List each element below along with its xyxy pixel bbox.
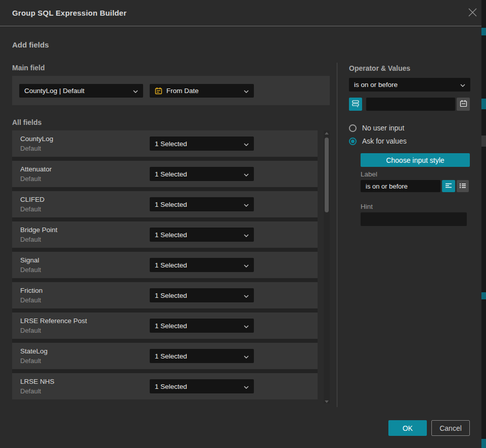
label-label: Label: [361, 170, 377, 178]
field-selected-count: 1 Selected: [155, 322, 187, 330]
ask-for-values-label: Ask for values: [362, 137, 407, 145]
single-line-style-button[interactable]: [442, 180, 455, 192]
field-selected-count: 1 Selected: [155, 201, 187, 208]
chevron-down-icon: [133, 87, 138, 95]
hint-input[interactable]: [361, 212, 467, 226]
scrollbar-down-arrow-icon[interactable]: [325, 400, 329, 403]
unique-values-button[interactable]: [349, 98, 362, 111]
field-selected-count: 1 Selected: [155, 292, 187, 299]
add-fields-heading: Add fields: [12, 40, 49, 49]
dialog-titlebar: Group SQL Expression Builder: [0, 0, 481, 26]
field-selected-count: 1 Selected: [155, 231, 187, 239]
field-subtitle: Default: [20, 266, 41, 274]
field-row: LRSE Reference Post Default 1 Selected: [12, 312, 318, 339]
no-user-input-radio[interactable]: No user input: [349, 124, 404, 132]
chevron-down-icon: [244, 352, 249, 360]
operator-values-heading: Operator & Values: [349, 64, 410, 72]
close-icon: [468, 8, 477, 19]
unique-values-icon: [351, 99, 360, 109]
chevron-down-icon: [244, 261, 249, 269]
field-values-select[interactable]: 1 Selected: [150, 288, 254, 302]
field-name: StateLog: [20, 347, 48, 355]
chevron-down-icon: [244, 383, 249, 390]
field-values-select[interactable]: 1 Selected: [150, 349, 254, 363]
scrollbar-up-arrow-icon[interactable]: [325, 132, 329, 135]
field-values-select[interactable]: 1 Selected: [150, 258, 254, 272]
field-values-select[interactable]: 1 Selected: [150, 197, 254, 211]
field-subtitle: Default: [20, 357, 41, 365]
ok-button[interactable]: OK: [388, 420, 427, 436]
field-selected-count: 1 Selected: [155, 170, 187, 178]
main-field-container: CountyLog | Default From Date: [12, 76, 330, 105]
group-sql-expression-builder-dialog: Group SQL Expression Builder Add fields …: [0, 0, 486, 448]
label-input[interactable]: [361, 180, 440, 192]
field-values-select[interactable]: 1 Selected: [150, 319, 254, 333]
edge-fragment: [481, 292, 486, 299]
field-subtitle: Default: [20, 236, 41, 243]
field-selected-count: 1 Selected: [155, 261, 187, 269]
all-fields-label: All fields: [12, 118, 41, 126]
list-style-button[interactable]: [457, 180, 469, 192]
choose-input-style-button[interactable]: Choose input style: [361, 153, 470, 167]
field-row: StateLog Default 1 Selected: [12, 343, 318, 369]
field-name: Attenuator: [20, 165, 52, 173]
radio-checked-icon: [349, 138, 357, 145]
field-name: LRSE Reference Post: [20, 317, 87, 325]
edge-fragment: [481, 99, 486, 109]
field-row: Attenuator Default 1 Selected: [12, 161, 318, 187]
hint-label: Hint: [361, 203, 373, 210]
chevron-down-icon: [244, 170, 249, 178]
field-name: CLIFED: [20, 196, 45, 203]
date-picker-button[interactable]: [457, 98, 470, 111]
field-name: Bridge Point: [20, 226, 58, 234]
field-name: CountyLog: [20, 135, 53, 143]
background-app-strip: [481, 0, 486, 448]
cancel-button[interactable]: Cancel: [431, 420, 470, 436]
date-value-input[interactable]: [366, 98, 455, 111]
chevron-down-icon: [460, 81, 465, 88]
field-selected-count: 1 Selected: [155, 140, 187, 148]
field-values-select[interactable]: 1 Selected: [150, 379, 254, 393]
field-values-select[interactable]: 1 Selected: [150, 167, 254, 181]
field-name: LRSE NHS: [20, 378, 55, 385]
field-row: Bridge Point Default 1 Selected: [12, 221, 318, 248]
bullet-list-icon: [459, 182, 466, 191]
edge-fragment: [481, 136, 486, 147]
align-left-icon: [445, 182, 452, 191]
main-field-select-value: From Date: [166, 87, 199, 95]
list-scrollbar-thumb[interactable]: [325, 138, 329, 212]
main-field-select[interactable]: From Date: [150, 84, 254, 98]
edge-fragment: [481, 28, 486, 35]
main-layer-select[interactable]: CountyLog | Default: [19, 84, 143, 98]
ask-for-values-radio[interactable]: Ask for values: [349, 137, 407, 145]
edge-fragment: [481, 439, 486, 448]
field-values-select[interactable]: 1 Selected: [150, 228, 254, 242]
chevron-down-icon: [244, 231, 249, 239]
main-layer-select-value: CountyLog | Default: [24, 87, 84, 95]
calendar-icon: [460, 100, 467, 109]
close-button[interactable]: [465, 6, 479, 20]
chevron-down-icon: [244, 201, 249, 208]
no-user-input-label: No user input: [362, 124, 404, 132]
field-subtitle: Default: [20, 175, 41, 183]
field-row: CLIFED Default 1 Selected: [12, 191, 318, 217]
field-subtitle: Default: [20, 205, 41, 213]
field-subtitle: Default: [20, 296, 41, 304]
date-field-icon: [155, 87, 162, 95]
field-values-select[interactable]: 1 Selected: [150, 137, 254, 151]
field-subtitle: Default: [20, 387, 41, 395]
main-field-label: Main field: [12, 64, 45, 72]
field-row: CountyLog Default 1 Selected: [12, 130, 318, 157]
field-name: Friction: [20, 287, 42, 294]
all-fields-list: CountyLog Default 1 Selected Attenuator …: [12, 130, 318, 399]
operator-select[interactable]: is on or before: [349, 78, 470, 92]
field-subtitle: Default: [20, 145, 41, 152]
field-row: LRSE NHS Default 1 Selected: [12, 373, 318, 399]
field-selected-count: 1 Selected: [155, 352, 187, 360]
field-subtitle: Default: [20, 327, 41, 334]
chevron-down-icon: [244, 140, 249, 148]
operator-select-value: is on or before: [354, 81, 397, 88]
panel-divider: [337, 63, 337, 407]
field-name: Signal: [20, 256, 39, 264]
field-selected-count: 1 Selected: [155, 383, 187, 390]
